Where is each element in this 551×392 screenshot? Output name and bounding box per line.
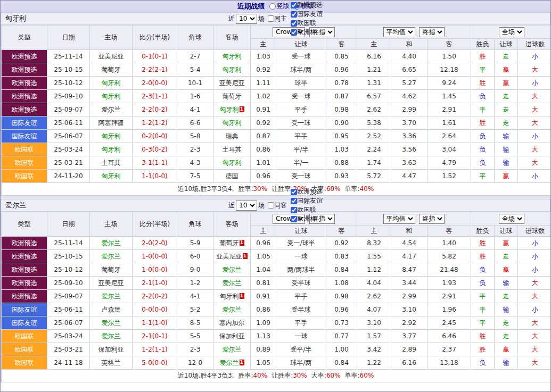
- competition-filter[interactable]: 欧洲杯: [291, 28, 323, 37]
- handicap-cell: 受一/球半: [276, 237, 326, 250]
- away-odds-cell: 0.95: [326, 130, 357, 143]
- avg-draw-cell: 3.56: [391, 143, 427, 156]
- avg-draw-cell: 2.99: [391, 290, 427, 303]
- sections-root: 匈牙利 近 10 场 同主 欧洲预选国际友谊欧国联欧洲杯: [1, 12, 550, 382]
- avg-home-cell: 2.62: [357, 103, 391, 116]
- corner-cell: 5-9: [177, 237, 213, 250]
- competition-checkbox[interactable]: [291, 2, 297, 9]
- match-count-select[interactable]: 10: [236, 14, 257, 24]
- team-name-text: 阿塞拜疆: [98, 119, 124, 127]
- home-team-cell: 匈牙利: [90, 77, 133, 90]
- type-cell: 欧国联: [2, 343, 47, 356]
- corner-cell: 4-1: [177, 103, 213, 116]
- same-venue-filter[interactable]: 同主: [268, 14, 287, 23]
- home-team-cell: 亚美尼亚: [90, 50, 133, 63]
- team-name-text: 匈牙利: [223, 66, 242, 73]
- away-team-cell: 保加利亚: [213, 330, 251, 343]
- col-header-home: 主场: [90, 212, 133, 237]
- result-cell: 胜: [471, 343, 495, 356]
- team-name-text: 德国: [226, 172, 239, 180]
- handicap-result-cell: 走: [495, 103, 518, 116]
- red-card-badge: 1: [240, 293, 244, 299]
- type-cell: 欧洲预选: [2, 290, 47, 303]
- team-name-text: 葡萄牙: [102, 66, 121, 73]
- match-row: 欧洲预选25-09-07爱尔兰2-2(0-2)4-1匈牙利10.91平手0.98…: [2, 290, 551, 303]
- competition-filter[interactable]: 欧国联: [291, 205, 323, 214]
- same-venue-filter[interactable]: 同客: [268, 201, 287, 210]
- scope-select[interactable]: 全场: [499, 27, 524, 37]
- home-team-cell: 爱尔兰: [90, 250, 133, 263]
- avg-away-cell: 9.24: [427, 77, 471, 90]
- home-odds-cell: 0.91: [251, 103, 276, 116]
- away-team-cell: 匈牙利: [213, 116, 251, 130]
- handicap-cell: 半/一: [276, 156, 326, 170]
- competition-checkbox[interactable]: [291, 20, 297, 27]
- handicap-result-cell: 赢: [495, 77, 518, 90]
- match-row: 欧洲预选25-09-10亚美尼亚2-1(1-0)1-2爱尔兰0.81受半球1.0…: [2, 277, 551, 290]
- competition-filter[interactable]: 欧洲预选: [291, 187, 323, 196]
- competition-filter[interactable]: 欧洲预选: [291, 1, 323, 10]
- competition-checkbox[interactable]: [291, 198, 297, 204]
- avg-home-cell: 1.31: [357, 77, 391, 90]
- avg-away-cell: 1.93: [427, 277, 471, 290]
- average-select[interactable]: 平均值: [383, 214, 415, 224]
- competition-checkbox[interactable]: [291, 11, 297, 18]
- corner-cell: 12-0: [177, 356, 213, 370]
- matches-table: 类型 日期 主场 比分(半场) 角球 客场 Crow* 终指: [1, 25, 551, 196]
- competition-checkbox[interactable]: [291, 207, 297, 213]
- home-team-cell: 土耳其: [90, 156, 133, 170]
- match-count-select[interactable]: 10: [236, 201, 257, 211]
- home-team-cell: 爱尔兰: [90, 237, 133, 250]
- avg-home-cell: 2.52: [357, 130, 391, 143]
- competition-checkbox[interactable]: [291, 29, 297, 36]
- col-header-odds-home: 主: [251, 226, 276, 237]
- away-odds-cell: 0.87: [326, 90, 357, 103]
- scope-select[interactable]: 全场: [499, 214, 524, 224]
- date-cell: 25-06-07: [47, 130, 90, 143]
- avg-home-cell: 2.62: [357, 290, 391, 303]
- games-label: 场: [258, 201, 265, 210]
- col-header-corner: 角球: [177, 26, 213, 50]
- date-cell: 25-09-07: [47, 290, 90, 303]
- away-team-cell: 爱尔兰: [213, 303, 251, 316]
- score-cell: 2-2(2-1): [133, 63, 177, 77]
- avg-home-cell: 1.74: [357, 156, 391, 170]
- section-header-bar: 匈牙利 近 10 场 同主 欧洲预选国际友谊欧国联欧洲杯: [1, 12, 550, 25]
- avg-draw-cell: 5.27: [391, 77, 427, 90]
- away-odds-cell: 0.84: [326, 356, 357, 370]
- avg-away-cell: 6.46: [427, 330, 471, 343]
- avg-away-cell: 2.91: [427, 103, 471, 116]
- away-team-cell: 爱尔兰: [213, 343, 251, 356]
- competition-filters: 欧洲预选国际友谊欧国联欧洲杯: [288, 187, 323, 223]
- competition-label: 欧国联: [297, 19, 316, 28]
- away-odds-cell: 0.77: [326, 330, 357, 343]
- competition-filter[interactable]: 国际友谊: [291, 10, 323, 19]
- handicap-cell: 平/半: [276, 143, 326, 156]
- competition-checkbox[interactable]: [291, 189, 297, 195]
- home-odds-cell: 0.96: [251, 170, 276, 183]
- avg-draw-cell: 4.40: [391, 50, 427, 63]
- competition-label: 欧国联: [297, 205, 316, 214]
- competition-filter[interactable]: 欧国联: [291, 19, 323, 28]
- avg-mode-select[interactable]: 终指: [419, 214, 445, 224]
- avg-draw-cell: 3.36: [391, 130, 427, 143]
- result-cell: 平: [471, 170, 495, 183]
- competition-filter[interactable]: 国际友谊: [291, 196, 323, 205]
- score-cell: 2-2(0-2): [133, 103, 177, 116]
- avg-draw-cell: 6.65: [391, 63, 427, 77]
- date-cell: 25-09-10: [47, 90, 90, 103]
- avg-mode-select[interactable]: 终指: [419, 27, 445, 37]
- competition-checkbox[interactable]: [291, 216, 297, 222]
- score-cell: 1-2(1-2): [133, 116, 177, 130]
- goals-result-cell: 小: [518, 237, 551, 250]
- same-venue-checkbox[interactable]: [268, 202, 274, 208]
- goals-result-cell: 大: [518, 330, 551, 343]
- average-select[interactable]: 平均值: [383, 27, 415, 37]
- same-venue-checkbox[interactable]: [268, 15, 274, 22]
- home-odds-cell: 0.96: [251, 237, 276, 250]
- away-odds-cell: 0.78: [326, 77, 357, 90]
- recent-results-page: 近期战绩 竖版 横版 匈牙利 近 10 场 同主 欧洲预选国际友谊欧国: [0, 0, 551, 392]
- competition-filter[interactable]: 欧洲杯: [291, 214, 323, 223]
- match-row: 国际友谊25-06-11阿塞拜疆1-2(1-2)6-6匈牙利0.92受一球0.9…: [2, 116, 551, 130]
- score-cell: 2-0(0-0): [133, 77, 177, 90]
